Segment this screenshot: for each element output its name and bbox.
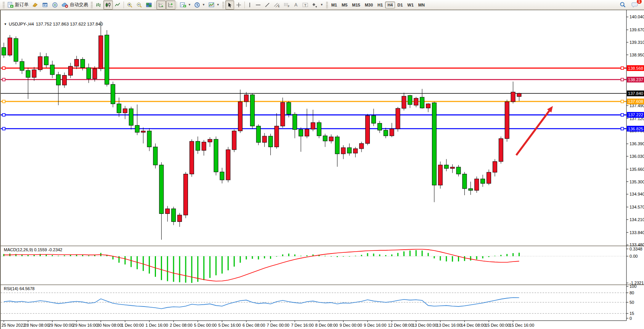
candle-down bbox=[250, 95, 254, 126]
hline-handle[interactable] bbox=[621, 114, 624, 116]
macd-bar bbox=[385, 255, 386, 256]
chart-collapse-icon[interactable]: ▼ bbox=[4, 22, 7, 26]
candle-down bbox=[287, 103, 291, 114]
toolbar: 新订单 自动交易 ▼ ▼ ▼ E F A bbox=[0, 0, 644, 10]
line-chart-mode-button[interactable] bbox=[113, 0, 122, 10]
time-axis[interactable]: 25 Nov 202228 Nov 08:0029 Nov 00:0029 No… bbox=[1, 321, 626, 327]
profiles-button[interactable]: ▼ bbox=[193, 0, 207, 10]
hline-handle[interactable] bbox=[3, 67, 5, 69]
tab-m30[interactable]: M30 bbox=[363, 2, 375, 8]
new-order-icon bbox=[7, 2, 14, 8]
fibonacci-button[interactable]: F bbox=[282, 0, 292, 10]
candle-down bbox=[111, 84, 115, 104]
vertical-line-button[interactable] bbox=[246, 0, 254, 10]
price-axis[interactable]: 140.040139.670139.310138.950137.490137.1… bbox=[626, 10, 644, 321]
candle-down bbox=[159, 165, 164, 214]
dropdown-caret-icon: ▼ bbox=[202, 3, 205, 6]
toolbar-grip[interactable] bbox=[326, 2, 328, 8]
price-tick: 136.030 bbox=[630, 154, 644, 159]
toolbar-grip[interactable] bbox=[91, 2, 93, 8]
tab-h4[interactable]: H4 bbox=[385, 2, 395, 8]
hline-handle[interactable] bbox=[621, 67, 624, 69]
chat-button[interactable]: 1 bbox=[630, 0, 640, 10]
zoom-in-button[interactable] bbox=[125, 0, 135, 10]
macd-bar bbox=[288, 254, 289, 256]
tab-m15[interactable]: M15 bbox=[350, 2, 362, 8]
auto-scroll-button[interactable] bbox=[156, 0, 166, 10]
candle-up bbox=[305, 129, 309, 136]
hline-handle[interactable] bbox=[621, 127, 624, 130]
chart-canvas[interactable]: MACD(12,26,9) 0.1559 -0.2342RSI(14) 64.5… bbox=[1, 10, 644, 329]
search-icon bbox=[619, 2, 626, 8]
new-order-button[interactable]: 新订单 bbox=[6, 0, 30, 10]
macd-bar bbox=[246, 256, 247, 260]
new-chart-button[interactable]: ▼ bbox=[178, 0, 193, 10]
equidistant-channel-button[interactable]: E bbox=[272, 0, 282, 10]
cursor-button[interactable] bbox=[225, 0, 234, 10]
tab-mn[interactable]: MN bbox=[416, 2, 427, 8]
indicators-button[interactable]: ▼ bbox=[207, 0, 221, 10]
candle-down bbox=[135, 125, 139, 132]
search-button[interactable] bbox=[618, 0, 628, 10]
chart-shift-icon bbox=[167, 2, 174, 8]
tile-windows-button[interactable] bbox=[144, 0, 154, 10]
macd-signal-line bbox=[4, 249, 519, 281]
svg-text:F: F bbox=[288, 5, 289, 8]
metaeditor-button[interactable] bbox=[30, 0, 40, 10]
rsi-tick: 0 bbox=[630, 316, 632, 321]
hline-handle[interactable] bbox=[3, 78, 5, 81]
chart-shift-button[interactable] bbox=[166, 0, 175, 10]
tab-w1[interactable]: W1 bbox=[405, 2, 416, 8]
price-tick: 135.300 bbox=[630, 180, 644, 184]
macd-bar bbox=[440, 256, 441, 260]
hline-handle[interactable] bbox=[621, 100, 624, 103]
candle-up bbox=[281, 103, 285, 126]
time-tick: 9 Dec 00:00 bbox=[339, 323, 362, 327]
price-label-138.237: 138.237 bbox=[628, 77, 643, 82]
tab-d1[interactable]: D1 bbox=[395, 2, 405, 8]
toolbar-grip[interactable] bbox=[3, 2, 5, 8]
candle-down bbox=[2, 48, 6, 55]
autotrading-button[interactable]: 自动交易 bbox=[60, 0, 90, 10]
bar-chart-mode-button[interactable] bbox=[94, 0, 103, 10]
macd-bar bbox=[15, 254, 16, 256]
rsi-label: RSI(14) 64.5678 bbox=[4, 286, 35, 291]
price-label-137.608: 137.608 bbox=[628, 99, 643, 104]
macd-bar bbox=[258, 256, 259, 260]
candlestick-mode-button[interactable] bbox=[103, 0, 113, 10]
horizontal-line-button[interactable] bbox=[254, 0, 263, 10]
text-button[interactable]: A bbox=[292, 0, 300, 10]
macd-bar bbox=[270, 256, 271, 259]
crosshair-button[interactable] bbox=[234, 0, 243, 10]
candle-up bbox=[450, 167, 454, 169]
dropdown-caret-icon: ▼ bbox=[217, 3, 220, 6]
macd-bar bbox=[391, 254, 392, 256]
macd-bar bbox=[155, 256, 156, 277]
arrows-button[interactable]: ▼ bbox=[310, 0, 325, 10]
candle-up bbox=[178, 215, 182, 221]
trendline-button[interactable] bbox=[263, 0, 272, 10]
tab-m5[interactable]: M5 bbox=[339, 2, 350, 8]
arrow-shaft[interactable] bbox=[516, 109, 551, 155]
tab-m1[interactable]: M1 bbox=[329, 2, 339, 8]
macd-bar bbox=[464, 256, 465, 261]
trend-arrow-annotation[interactable] bbox=[516, 106, 553, 155]
toolbar-grip[interactable] bbox=[222, 2, 224, 8]
hline-handle[interactable] bbox=[3, 127, 5, 130]
macd-bar bbox=[422, 250, 423, 256]
candle-down bbox=[420, 97, 424, 108]
hline-handle[interactable] bbox=[621, 78, 624, 81]
terminal-button[interactable] bbox=[40, 0, 50, 10]
candle-down bbox=[456, 167, 461, 174]
macd-bar bbox=[88, 255, 89, 256]
zoom-out-button[interactable] bbox=[135, 0, 144, 10]
hline-handle[interactable] bbox=[3, 114, 5, 116]
candle-up bbox=[68, 66, 72, 75]
tab-h1[interactable]: H1 bbox=[375, 2, 385, 8]
chart-ohlc-values: 137.752 137.863 137.622 137.840 bbox=[36, 22, 103, 26]
macd-bar bbox=[209, 256, 210, 278]
text-label-button[interactable]: T bbox=[300, 0, 310, 10]
hline-handle[interactable] bbox=[3, 100, 5, 103]
signals-button[interactable] bbox=[50, 0, 60, 10]
time-tick: 29 Nov 16:00 bbox=[73, 323, 98, 327]
